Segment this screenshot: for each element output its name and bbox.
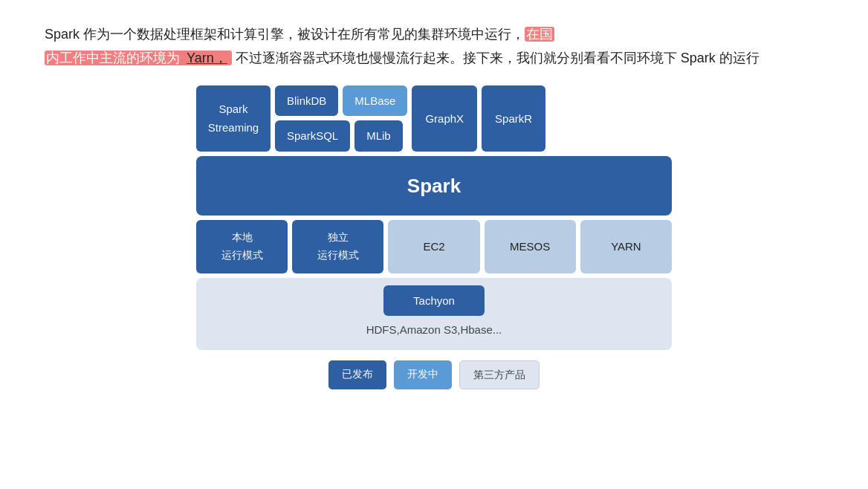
middle-bottom-row: SparkSQL MLib (275, 120, 407, 152)
middle-boxes: BlinkDB MLBase SparkSQL MLib (275, 85, 407, 152)
spark-streaming-box: Spark Streaming (196, 85, 271, 152)
blinkdb-box: BlinkDB (275, 85, 338, 117)
highlight-text-1: 在国 (525, 27, 554, 42)
text-after-highlight: 不过逐渐容器式环境也慢慢流行起来。接下来，我们就分别看看不同环境下 Spark … (236, 51, 760, 65)
spark-diagram: Spark Streaming BlinkDB MLBase SparkSQL (196, 85, 672, 390)
text-before-highlight: Spark 作为一个数据处理框架和计算引擎，被设计在所有常见的集群环境中运行， (45, 27, 525, 42)
middle-top-row: BlinkDB MLBase (275, 85, 407, 117)
standalone-box: 独立 运行模式 (292, 220, 383, 273)
graphx-box: GraphX (412, 85, 477, 152)
hdfs-text: HDFS,Amazon S3,Hbase... (366, 320, 502, 340)
mlib-box: MLib (354, 120, 403, 152)
diagram-container: Spark Streaming BlinkDB MLBase SparkSQL (45, 85, 823, 390)
paragraph1: Spark 作为一个数据处理框架和计算引擎，被设计在所有常见的集群环境中运行，在… (45, 22, 823, 71)
yarn-box: YARN (580, 220, 672, 273)
ec2-box: EC2 (388, 220, 479, 273)
highlight-text-2: 内工作中主流的环境为 Yarn， (45, 51, 232, 65)
env-row: 本地 运行模式 独立 运行模式 EC2 MESOS YARN (196, 220, 672, 273)
yarn-highlight: Yarn， (184, 51, 230, 65)
sparkr-box: SparkR (482, 85, 545, 152)
mlbase-box: MLBase (343, 85, 407, 117)
mesos-box: MESOS (485, 220, 576, 273)
tachyon-box: Tachyon (383, 285, 485, 317)
local-mode-box: 本地 运行模式 (196, 220, 288, 273)
legend-released: 已发布 (328, 360, 386, 390)
legend-third: 第三方产品 (459, 360, 540, 390)
storage-row: Tachyon HDFS,Amazon S3,Hbase... (196, 278, 672, 350)
legend-dev: 开发中 (394, 360, 452, 390)
spark-core-box: Spark (196, 156, 672, 216)
top-components-row: Spark Streaming BlinkDB MLBase SparkSQL (196, 85, 672, 152)
legend-row: 已发布 开发中 第三方产品 (196, 360, 672, 390)
sparksql-box: SparkSQL (275, 120, 350, 152)
